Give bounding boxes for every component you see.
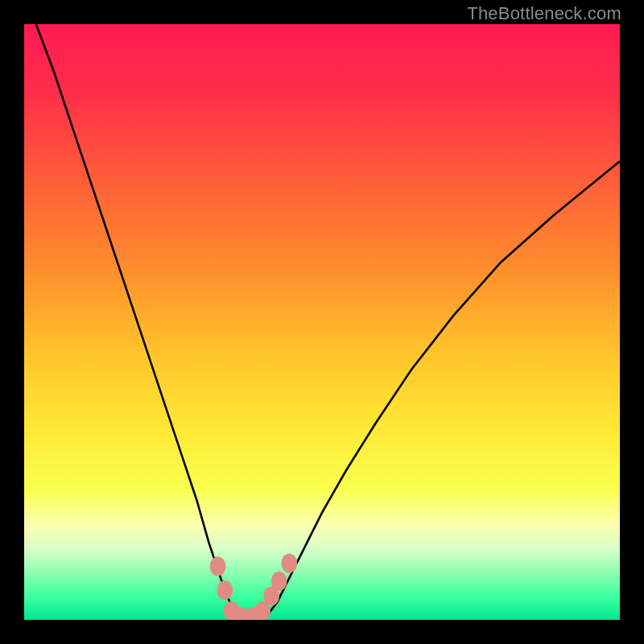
markers [210, 554, 298, 620]
watermark-label: TheBottleneck.com [467, 3, 621, 24]
marker-dot [210, 556, 226, 576]
left-curve [36, 24, 239, 620]
plot-area [24, 24, 620, 620]
chart-canvas: TheBottleneck.com [0, 0, 644, 644]
marker-dot [271, 572, 287, 591]
marker-dot [281, 554, 297, 573]
right-curve [262, 161, 620, 620]
marker-dot [217, 580, 233, 600]
chart-curves [24, 24, 620, 620]
